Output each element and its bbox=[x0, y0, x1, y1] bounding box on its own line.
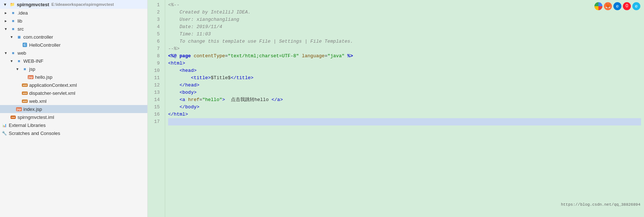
expand-icon: ▾ bbox=[2, 1, 8, 7]
arrow-down-icon: ▾ bbox=[15, 66, 20, 72]
sidebar-item-hello-controller[interactable]: C HelloController bbox=[0, 41, 147, 49]
sidebar-item-com-controller[interactable]: ▾ ◼ com.controller bbox=[0, 33, 147, 41]
sidebar-item-label: HelloController bbox=[29, 42, 61, 48]
sidebar-item-label: Scratches and Consoles bbox=[9, 131, 60, 136]
jsp-icon: jsp bbox=[16, 106, 22, 112]
sidebar-item-jsp-folder[interactable]: ▾ ■ jsp bbox=[0, 65, 147, 73]
sidebar-item-src[interactable]: ▾ ■ src bbox=[0, 25, 147, 33]
sidebar-item-label: web bbox=[18, 50, 26, 56]
project-path: E:\ideaworkspace\spirngmvctest bbox=[51, 2, 114, 7]
line-num-8: 8 bbox=[148, 53, 162, 60]
opera-icon[interactable]: O bbox=[623, 2, 631, 10]
code-line-7: --%> bbox=[168, 45, 641, 53]
line-num-5: 5 bbox=[148, 31, 162, 38]
code-text bbox=[168, 96, 179, 104]
iml-icon: iml bbox=[10, 114, 16, 120]
project-folder-icon: 📁 bbox=[9, 1, 15, 7]
sidebar-item-iml[interactable]: iml spirngmvctest.iml bbox=[0, 113, 147, 121]
code-text: </a> bbox=[272, 96, 283, 104]
code-text bbox=[168, 82, 179, 89]
jsp-icon: jsp bbox=[28, 74, 34, 80]
code-line-13: <body> bbox=[168, 89, 641, 96]
sidebar-item-label: .idea bbox=[18, 10, 28, 16]
code-text: <%-- bbox=[168, 1, 179, 9]
sidebar-item-hello-jsp[interactable]: jsp hello.jsp bbox=[0, 73, 147, 81]
code-text: $Title$ bbox=[211, 74, 231, 82]
folder-icon: ■ bbox=[10, 50, 16, 56]
code-line-6: To change this template use File | Setti… bbox=[168, 38, 641, 45]
line-num-14: 14 bbox=[148, 96, 162, 104]
code-text: <title> bbox=[191, 74, 211, 82]
xml-icon: xml bbox=[22, 82, 28, 88]
code-text: Date: 2019/11/4 bbox=[168, 23, 222, 31]
code-line-3: User: xiangchangliang bbox=[168, 16, 641, 23]
code-text: "hello" bbox=[202, 96, 222, 104]
code-line-12: </head> bbox=[168, 82, 641, 89]
code-line-15: </body> bbox=[168, 104, 641, 111]
spacer bbox=[9, 106, 15, 112]
sidebar-item-label: WEB-INF bbox=[23, 58, 43, 64]
sidebar-item-web-xml[interactable]: xml web.xml bbox=[0, 97, 147, 105]
code-text: </html> bbox=[168, 111, 188, 118]
sidebar-item-lib[interactable]: ▸ ■ lib bbox=[0, 17, 147, 25]
line-num-12: 12 bbox=[148, 82, 162, 89]
code-line-4: Date: 2019/11/4 bbox=[168, 23, 641, 31]
arrow-down-icon: ▾ bbox=[9, 58, 15, 64]
code-text: contentType bbox=[194, 53, 225, 60]
code-text bbox=[168, 74, 191, 82]
sidebar-item-web[interactable]: ▾ ■ web bbox=[0, 49, 147, 57]
code-content[interactable]: <%-- Created by IntelliJ IDEA. User: xia… bbox=[165, 0, 644, 217]
chrome-icon[interactable] bbox=[594, 2, 602, 10]
sidebar-item-scratches[interactable]: 🔧 Scratches and Consoles bbox=[0, 129, 147, 137]
line-num-17: 17 bbox=[148, 118, 162, 125]
code-text: Time: 11:03 bbox=[168, 31, 211, 38]
arrow-down-icon: ▾ bbox=[3, 26, 9, 32]
sidebar: ▾ 📁 spirngmvctest E:\ideaworkspace\spirn… bbox=[0, 0, 148, 217]
arrow-right-icon: ▸ bbox=[3, 10, 9, 16]
code-text: "text/html;charset=UTF-8" bbox=[228, 53, 299, 60]
arrow-down-icon: ▾ bbox=[9, 34, 15, 40]
sidebar-item-idea[interactable]: ▸ ■ .idea bbox=[0, 9, 147, 17]
sidebar-item-label: dispatcher-servlet.xml bbox=[29, 90, 75, 96]
code-text: </title> bbox=[231, 74, 253, 82]
sidebar-item-dispatcher-servlet[interactable]: xml dispatcher-servlet.xml bbox=[0, 89, 147, 97]
project-root[interactable]: ▾ 📁 spirngmvctest E:\ideaworkspace\spirn… bbox=[0, 0, 147, 9]
sidebar-item-external-libraries[interactable]: 📊 External Libraries bbox=[0, 121, 147, 129]
firefox-icon[interactable]: 🦊 bbox=[604, 2, 612, 10]
code-text bbox=[168, 89, 179, 96]
xml-icon: xml bbox=[22, 90, 28, 96]
folder-icon: ■ bbox=[22, 66, 28, 72]
ie-icon[interactable]: e bbox=[632, 2, 640, 10]
line-num-7: 7 bbox=[148, 45, 162, 53]
sidebar-item-label: web.xml bbox=[29, 98, 47, 104]
code-line-5: Time: 11:03 bbox=[168, 31, 641, 38]
line-num-4: 4 bbox=[148, 23, 162, 31]
sidebar-item-label: jsp bbox=[29, 66, 35, 72]
arrow-right-icon: 📊 bbox=[1, 122, 7, 128]
sidebar-item-index-jsp[interactable]: jsp index.jsp bbox=[0, 105, 147, 113]
line-num-3: 3 bbox=[148, 16, 162, 23]
folder-icon: ■ bbox=[10, 18, 16, 24]
code-line-14: <a href="hello"> 点击我跳转hello </a> bbox=[168, 96, 641, 104]
spacer bbox=[3, 114, 9, 120]
line-numbers: 1 2 3 4 5 6 7 8 9 10 11 12 13 14 15 16 1… bbox=[148, 0, 165, 217]
code-line-2: Created by IntelliJ IDEA. bbox=[168, 9, 641, 16]
sidebar-item-label: applicationContext.xml bbox=[29, 82, 77, 88]
line-num-1: 1 bbox=[148, 1, 162, 9]
spacer bbox=[20, 74, 26, 80]
line-num-10: 10 bbox=[148, 67, 162, 74]
code-line-9: <html> bbox=[168, 60, 641, 67]
url-hint: https://blog.csdn.net/qq_38826894 bbox=[561, 202, 640, 207]
sidebar-item-web-inf[interactable]: ▾ ■ WEB-INF bbox=[0, 57, 147, 65]
class-icon: C bbox=[22, 42, 28, 48]
code-area: 1 2 3 4 5 6 7 8 9 10 11 12 13 14 15 16 1… bbox=[148, 0, 644, 217]
editor: 🦊 e O e 1 2 3 4 5 6 7 8 9 10 11 12 13 14… bbox=[148, 0, 644, 217]
src-folder-icon: ■ bbox=[10, 26, 16, 32]
edge-icon[interactable]: e bbox=[613, 2, 621, 10]
sidebar-item-application-context[interactable]: xml applicationContext.xml bbox=[0, 81, 147, 89]
code-text: </body> bbox=[179, 104, 199, 111]
code-text: --%> bbox=[168, 45, 179, 53]
code-text: <a bbox=[179, 96, 188, 104]
code-line-17 bbox=[168, 118, 641, 125]
code-text: </head> bbox=[179, 82, 199, 89]
